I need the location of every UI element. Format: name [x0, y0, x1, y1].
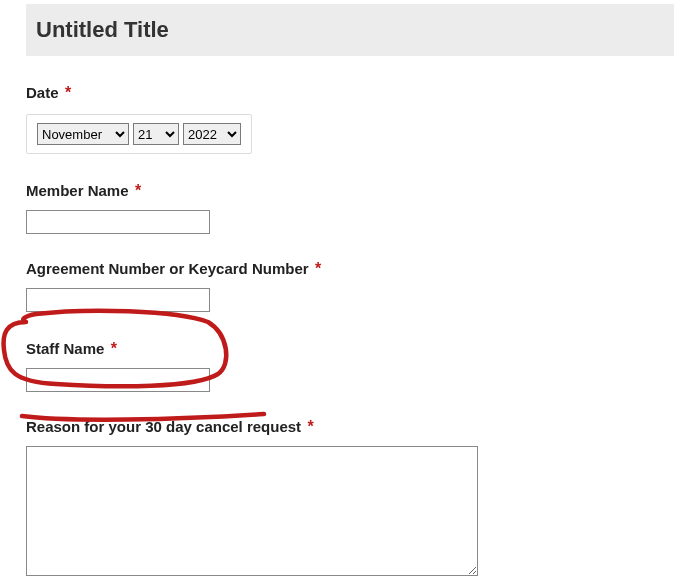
member-name-required: *	[135, 182, 141, 199]
date-field: Date * November 21 2022	[26, 84, 674, 154]
date-year-select[interactable]: 2022	[183, 123, 241, 145]
page-title: Untitled Title	[26, 4, 674, 56]
member-name-field: Member Name *	[26, 182, 674, 234]
staff-name-label: Staff Name	[26, 340, 104, 357]
agreement-number-label: Agreement Number or Keycard Number	[26, 260, 309, 277]
agreement-number-input[interactable]	[26, 288, 210, 312]
reason-textarea[interactable]	[26, 446, 478, 576]
staff-name-input[interactable]	[26, 368, 210, 392]
agreement-number-field: Agreement Number or Keycard Number *	[26, 260, 674, 312]
reason-label: Reason for your 30 day cancel request	[26, 418, 301, 435]
form-page: Untitled Title Date * November 21 2022 M…	[0, 4, 700, 580]
date-day-select[interactable]: 21	[133, 123, 179, 145]
member-name-label: Member Name	[26, 182, 129, 199]
date-month-select[interactable]: November	[37, 123, 129, 145]
staff-name-required: *	[111, 340, 117, 357]
reason-field: Reason for your 30 day cancel request *	[26, 418, 674, 580]
staff-name-field: Staff Name *	[26, 340, 674, 392]
member-name-input[interactable]	[26, 210, 210, 234]
reason-required: *	[308, 418, 314, 435]
agreement-number-required: *	[315, 260, 321, 277]
date-selector-group: November 21 2022	[26, 114, 252, 154]
date-required: *	[65, 84, 71, 101]
date-label: Date	[26, 84, 59, 101]
